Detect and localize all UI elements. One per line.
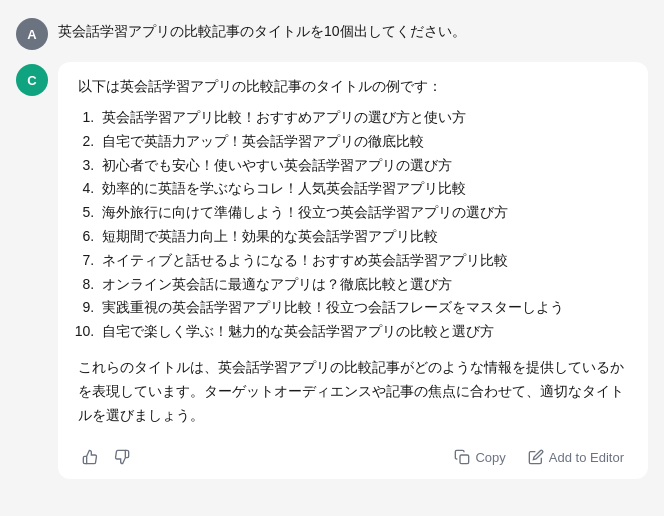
action-bar-left	[78, 447, 134, 467]
list-item: オンライン英会話に最適なアプリは？徹底比較と選び方	[98, 273, 628, 297]
list-item: 短期間で英語力向上！効果的な英会話学習アプリ比較	[98, 225, 628, 249]
svg-rect-0	[460, 455, 469, 464]
user-avatar-label: A	[27, 27, 36, 42]
response-intro: 以下は英会話学習アプリの比較記事のタイトルの例です：	[78, 78, 628, 96]
ai-avatar: C	[16, 64, 48, 96]
list-item: 海外旅行に向けて準備しよう！役立つ英会話学習アプリの選び方	[98, 201, 628, 225]
thumb-down-button[interactable]	[110, 447, 134, 467]
add-to-editor-icon	[528, 449, 544, 465]
thumb-up-button[interactable]	[78, 447, 102, 467]
copy-label: Copy	[475, 450, 505, 465]
thumb-up-icon	[82, 449, 98, 465]
response-footer: これらのタイトルは、英会話学習アプリの比較記事がどのような情報を提供しているかを…	[78, 356, 628, 427]
ai-message: C 以下は英会話学習アプリの比較記事のタイトルの例です： 英会話学習アプリ比較！…	[16, 62, 648, 479]
action-bar-right: Copy Add to Editor	[450, 447, 628, 467]
add-to-editor-button[interactable]: Add to Editor	[524, 447, 628, 467]
ai-message-wrapper: 以下は英会話学習アプリの比較記事のタイトルの例です： 英会話学習アプリ比較！おす…	[58, 62, 648, 479]
response-list: 英会話学習アプリ比較！おすすめアプリの選び方と使い方自宅で英語力アップ！英会話学…	[78, 106, 628, 344]
add-to-editor-label: Add to Editor	[549, 450, 624, 465]
list-item: 初心者でも安心！使いやすい英会話学習アプリの選び方	[98, 154, 628, 178]
chat-container: A 英会話学習アプリの比較記事のタイトルを10個出してください。 C 以下は英会…	[16, 16, 648, 479]
list-item: 効率的に英語を学ぶならコレ！人気英会話学習アプリ比較	[98, 177, 628, 201]
list-item: 実践重視の英会話学習アプリ比較！役立つ会話フレーズをマスターしよう	[98, 296, 628, 320]
user-message: A 英会話学習アプリの比較記事のタイトルを10個出してください。	[16, 16, 648, 50]
list-item: 英会話学習アプリ比較！おすすめアプリの選び方と使い方	[98, 106, 628, 130]
list-item: 自宅で英語力アップ！英会話学習アプリの徹底比較	[98, 130, 628, 154]
list-item: 自宅で楽しく学ぶ！魅力的な英会話学習アプリの比較と選び方	[98, 320, 628, 344]
user-avatar: A	[16, 18, 48, 50]
thumb-down-icon	[114, 449, 130, 465]
list-item: ネイティブと話せるようになる！おすすめ英会話学習アプリ比較	[98, 249, 628, 273]
copy-button[interactable]: Copy	[450, 447, 509, 467]
action-bar: Copy Add to Editor	[78, 441, 628, 467]
copy-icon	[454, 449, 470, 465]
ai-avatar-label: C	[27, 73, 36, 88]
user-message-text: 英会話学習アプリの比較記事のタイトルを10個出してください。	[58, 16, 648, 42]
